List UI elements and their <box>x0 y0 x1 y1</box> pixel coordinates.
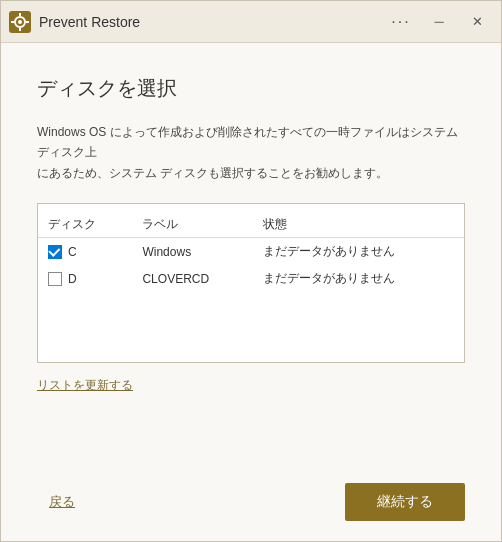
table-row: C Windows まだデータがありません <box>38 238 464 266</box>
disk-d-status: まだデータがありません <box>253 265 464 292</box>
app-icon <box>9 11 31 33</box>
close-button[interactable]: ✕ <box>461 8 493 36</box>
disk-table: ディスク ラベル 状態 C Windows ま <box>38 212 464 292</box>
title-bar: Prevent Restore ··· ─ ✕ <box>1 1 501 43</box>
svg-rect-6 <box>26 21 29 23</box>
disk-c-checkbox[interactable] <box>48 245 62 259</box>
window-title: Prevent Restore <box>39 14 385 30</box>
back-button[interactable]: 戻る <box>37 485 87 519</box>
disk-d-cell[interactable]: D <box>38 265 132 292</box>
col-label: ラベル <box>132 212 252 238</box>
disk-d-letter: D <box>68 272 77 286</box>
minimize-button[interactable]: ─ <box>423 8 455 36</box>
window-controls: ··· ─ ✕ <box>385 8 493 36</box>
main-window: Prevent Restore ··· ─ ✕ ディスクを選択 Windows … <box>0 0 502 542</box>
table-row: D CLOVERCD まだデータがありません <box>38 265 464 292</box>
continue-button[interactable]: 継続する <box>345 483 465 521</box>
svg-rect-3 <box>19 13 21 16</box>
disk-c-status: まだデータがありません <box>253 238 464 266</box>
disk-c-letter: C <box>68 245 77 259</box>
content-area: ディスクを選択 Windows OS によって作成および削除されたすべての一時フ… <box>1 43 501 467</box>
refresh-list-link[interactable]: リストを更新する <box>37 377 465 394</box>
page-heading: ディスクを選択 <box>37 75 465 102</box>
svg-rect-4 <box>19 28 21 31</box>
svg-point-2 <box>18 20 22 24</box>
footer: 戻る 継続する <box>1 467 501 541</box>
disk-d-label: CLOVERCD <box>132 265 252 292</box>
table-header-row: ディスク ラベル 状態 <box>38 212 464 238</box>
more-options-button[interactable]: ··· <box>385 8 417 36</box>
col-status: 状態 <box>253 212 464 238</box>
page-description: Windows OS によって作成および削除されたすべての一時ファイルはシステム… <box>37 122 465 183</box>
col-disk: ディスク <box>38 212 132 238</box>
svg-rect-5 <box>11 21 14 23</box>
disk-c-cell[interactable]: C <box>38 238 132 266</box>
disk-d-checkbox[interactable] <box>48 272 62 286</box>
disk-c-label: Windows <box>132 238 252 266</box>
disk-table-container: ディスク ラベル 状態 C Windows ま <box>37 203 465 363</box>
